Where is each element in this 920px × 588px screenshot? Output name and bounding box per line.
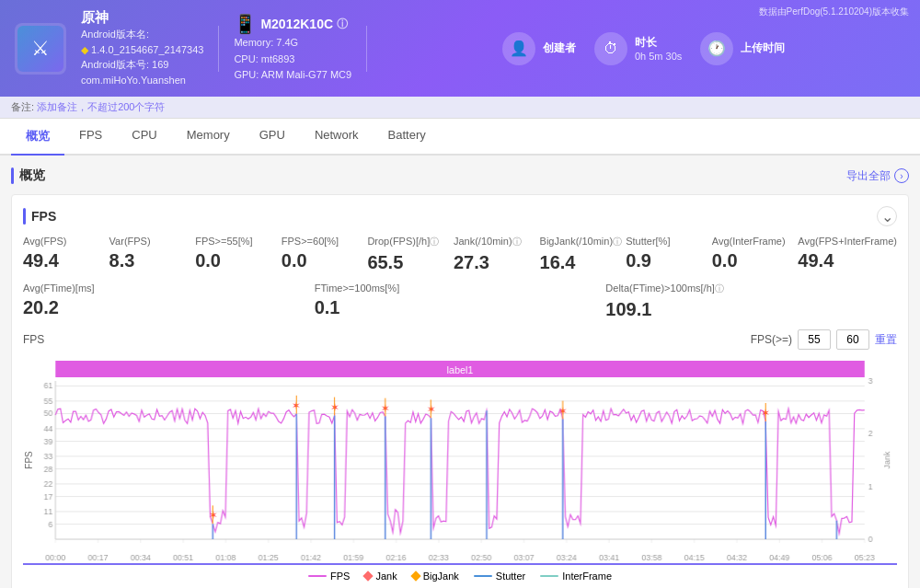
fps-section: FPS ⌄ Avg(FPS) 49.4 Var(FPS) 8.3 FPS>=55…	[11, 194, 909, 588]
divider2	[366, 26, 367, 72]
fps-input-60[interactable]	[836, 329, 869, 350]
metrics-row-1: Avg(FPS) 49.4 Var(FPS) 8.3 FPS>=55[%] 0.…	[23, 236, 897, 273]
remark-link[interactable]: 添加备注，不超过200个字符	[37, 101, 165, 112]
device-info: 📱 M2012K10C ⓘ Memory: 7.4G CPU: mt6893 G…	[234, 13, 351, 84]
fps-input-55[interactable]	[798, 329, 831, 350]
metric-item: Avg(InterFrame) 0.0	[712, 236, 799, 273]
content: 概览 导出全部 › FPS ⌄ Avg(FPS) 49.4 Var(FPS) 8…	[0, 156, 920, 588]
metric-item: Drop(FPS)[/h]ⓘ 65.5	[367, 236, 454, 273]
creator-stat: 👤 创建者	[502, 32, 576, 65]
upload-icon: 🕐	[700, 32, 733, 65]
metric-item: FTime>=100ms[%] 0.1	[315, 282, 606, 320]
legend-item: Jank	[364, 571, 397, 582]
clock-icon: ⏱	[594, 32, 627, 65]
app-name: 原神	[81, 9, 203, 27]
tab-battery[interactable]: Battery	[374, 119, 441, 156]
metric-item: FPS>=55[%] 0.0	[195, 236, 282, 273]
tab-cpu[interactable]: CPU	[117, 119, 171, 156]
tab-gpu[interactable]: GPU	[245, 119, 300, 156]
fps-title: FPS	[31, 209, 56, 224]
metric-item: Jank(/10min)ⓘ 27.3	[454, 236, 540, 273]
tab-fps[interactable]: FPS	[64, 119, 117, 156]
duration-stat: ⏱ 时长 0h 5m 30s	[594, 32, 682, 65]
chart-label: FPS	[23, 333, 44, 346]
legend-marker	[363, 571, 374, 581]
section-bar	[11, 167, 14, 184]
tabs: 概览 FPS CPU Memory GPU Network Battery	[0, 119, 920, 156]
stats-group: 👤 创建者 ⏱ 时长 0h 5m 30s 🕐 上传时间	[382, 32, 905, 65]
header: 数据由PerfDog(5.1.210204)版本收集 ⚔ 原神 Android版…	[0, 0, 920, 97]
legend-item: BigJank	[412, 571, 459, 582]
metric-item: BigJank(/10min)ⓘ 16.4	[540, 236, 627, 273]
fps-bar	[23, 208, 26, 225]
metric-item: Avg(FTime)[ms] 20.2	[23, 282, 315, 320]
app-icon: ⚔	[15, 23, 66, 75]
fps-header: FPS ⌄	[23, 206, 897, 226]
overview-header: 概览 导出全部 ›	[11, 163, 909, 189]
legend-line	[474, 575, 492, 577]
chart-wrapper	[23, 353, 897, 565]
device-detail: Memory: 7.4G CPU: mt6893 GPU: ARM Mali-G…	[234, 35, 351, 84]
device-name: 📱 M2012K10C ⓘ	[234, 13, 351, 35]
header-data-source: 数据由PerfDog(5.1.210204)版本收集	[759, 6, 909, 18]
metric-item: Avg(FPS) 49.4	[23, 236, 109, 273]
upload-stat: 🕐 上传时间	[700, 32, 785, 65]
creator-icon: 👤	[502, 32, 535, 65]
remark-bar: 备注: 添加备注，不超过200个字符	[0, 97, 920, 119]
chart-legend: FPSJankBigJankStutterInterFrame	[23, 571, 897, 582]
export-button[interactable]: 导出全部 ›	[846, 168, 909, 184]
fps-chart-canvas	[23, 353, 897, 565]
legend-marker	[410, 571, 420, 581]
chart-container: FPS FPS(>=) 重置 FPSJankBigJankStutterInte…	[23, 329, 897, 582]
legend-line	[308, 575, 327, 577]
overview-title: 概览	[19, 167, 45, 184]
chart-controls: FPS FPS(>=) 重置	[23, 329, 897, 350]
tab-network[interactable]: Network	[300, 119, 374, 156]
legend-item: Stutter	[474, 571, 525, 582]
divider	[218, 26, 219, 72]
tab-overview[interactable]: 概览	[11, 119, 64, 156]
reset-button[interactable]: 重置	[875, 332, 897, 348]
app-detail: Android版本名: ◆ 1.4.0_2154667_2147343 Andr…	[81, 27, 203, 87]
metric-item: Stutter[%] 0.9	[626, 236, 712, 273]
metric-item: Avg(FPS+InterFrame) 49.4	[798, 236, 897, 273]
metric-item: FPS>=60[%] 0.0	[282, 236, 368, 273]
legend-item: FPS	[308, 571, 350, 582]
metrics-row-2: Avg(FTime)[ms] 20.2 FTime>=100ms[%] 0.1 …	[23, 282, 897, 320]
tab-memory[interactable]: Memory	[172, 119, 245, 156]
fps-controls: FPS(>=) 重置	[751, 329, 897, 350]
app-info: 原神 Android版本名: ◆ 1.4.0_2154667_2147343 A…	[81, 9, 203, 87]
fps-collapse-button[interactable]: ⌄	[877, 206, 897, 226]
export-icon: ›	[894, 168, 909, 183]
metric-item: Var(FPS) 8.3	[109, 236, 196, 273]
metric-item: Delta(FTime)>100ms[/h]ⓘ 109.1	[605, 282, 897, 320]
legend-item: InterFrame	[540, 571, 612, 582]
legend-line	[540, 575, 558, 577]
